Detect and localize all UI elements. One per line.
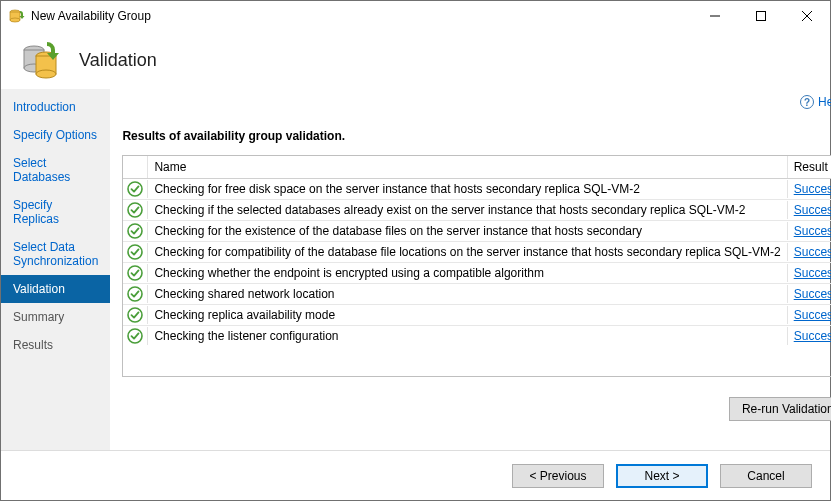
main-panel: ? Help Results of availability group val…	[110, 89, 831, 450]
nav-item-introduction[interactable]: Introduction	[1, 93, 110, 121]
wizard-footer: < Previous Next > Cancel	[1, 450, 830, 500]
window-controls	[692, 1, 830, 31]
nav-item-select-data-synchronization[interactable]: Select Data Synchronization	[1, 233, 110, 275]
result-link[interactable]: Success	[794, 224, 831, 238]
previous-button[interactable]: < Previous	[512, 464, 604, 488]
grid-empty-space	[123, 346, 831, 376]
validation-result: Success	[788, 180, 831, 198]
grid-header: Name Result	[123, 156, 831, 179]
validation-row[interactable]: Checking for compatibility of the databa…	[123, 242, 831, 263]
col-result-header[interactable]: Result	[788, 156, 831, 178]
success-icon	[123, 221, 147, 241]
result-link[interactable]: Success	[794, 287, 831, 301]
close-button[interactable]	[784, 1, 830, 31]
validation-name: Checking if the selected databases alrea…	[147, 201, 787, 219]
result-link[interactable]: Success	[794, 329, 831, 343]
validation-row[interactable]: Checking for the existence of the databa…	[123, 221, 831, 242]
help-link[interactable]: ? Help	[800, 95, 831, 109]
nav-item-specify-replicas[interactable]: Specify Replicas	[1, 191, 110, 233]
col-icon-header	[123, 156, 147, 178]
next-button[interactable]: Next >	[616, 464, 708, 488]
app-icon	[9, 8, 25, 24]
page-title: Validation	[79, 50, 157, 71]
window-title: New Availability Group	[31, 9, 151, 23]
validation-name: Checking replica availability mode	[147, 306, 787, 324]
success-icon	[123, 305, 147, 325]
wizard-window: New Availability Group	[0, 0, 831, 501]
success-icon	[123, 326, 147, 346]
validation-name: Checking for compatibility of the databa…	[147, 243, 787, 261]
success-icon	[123, 179, 147, 199]
validation-result: Success	[788, 243, 831, 261]
svg-point-14	[128, 203, 142, 217]
validation-row[interactable]: Checking for free disk space on the serv…	[123, 179, 831, 200]
title-bar: New Availability Group	[1, 1, 830, 31]
nav-item-summary: Summary	[1, 303, 110, 331]
nav-item-validation[interactable]: Validation	[1, 275, 110, 303]
nav-item-select-databases[interactable]: Select Databases	[1, 149, 110, 191]
results-subtitle: Results of availability group validation…	[122, 129, 831, 143]
success-icon	[123, 200, 147, 220]
validation-name: Checking whether the endpoint is encrypt…	[147, 264, 787, 282]
validation-row[interactable]: Checking if the selected databases alrea…	[123, 200, 831, 221]
validation-row[interactable]: Checking replica availability modeSucces…	[123, 305, 831, 326]
cancel-button[interactable]: Cancel	[720, 464, 812, 488]
validation-name: Checking shared network location	[147, 285, 787, 303]
validation-name: Checking for the existence of the databa…	[147, 222, 787, 240]
validation-grid: Name Result Checking for free disk space…	[122, 155, 831, 377]
validation-row[interactable]: Checking shared network locationSuccess	[123, 284, 831, 305]
svg-point-13	[128, 182, 142, 196]
help-label: Help	[818, 95, 831, 109]
result-link[interactable]: Success	[794, 266, 831, 280]
validation-result: Success	[788, 201, 831, 219]
validation-row[interactable]: Checking the listener configurationSucce…	[123, 326, 831, 346]
nav-item-specify-options[interactable]: Specify Options	[1, 121, 110, 149]
validation-result: Success	[788, 264, 831, 282]
result-link[interactable]: Success	[794, 203, 831, 217]
validation-row[interactable]: Checking whether the endpoint is encrypt…	[123, 263, 831, 284]
nav-sidebar: IntroductionSpecify OptionsSelect Databa…	[1, 89, 110, 450]
svg-point-2	[10, 18, 20, 22]
svg-point-12	[36, 70, 56, 78]
col-name-header[interactable]: Name	[147, 156, 787, 178]
validation-result: Success	[788, 327, 831, 345]
validation-icon	[19, 38, 63, 82]
success-icon	[123, 284, 147, 304]
rerun-validation-button[interactable]: Re-run Validation	[729, 397, 831, 421]
svg-point-16	[128, 245, 142, 259]
validation-result: Success	[788, 285, 831, 303]
svg-point-20	[128, 329, 142, 343]
result-link[interactable]: Success	[794, 182, 831, 196]
validation-name: Checking for free disk space on the serv…	[147, 180, 787, 198]
wizard-body: IntroductionSpecify OptionsSelect Databa…	[1, 89, 830, 450]
wizard-header: Validation	[1, 31, 830, 89]
validation-name: Checking the listener configuration	[147, 327, 787, 345]
svg-rect-4	[757, 12, 766, 21]
svg-point-15	[128, 224, 142, 238]
help-icon: ?	[800, 95, 814, 109]
svg-point-18	[128, 287, 142, 301]
svg-point-19	[128, 308, 142, 322]
nav-item-results: Results	[1, 331, 110, 359]
result-link[interactable]: Success	[794, 308, 831, 322]
svg-point-17	[128, 266, 142, 280]
validation-result: Success	[788, 222, 831, 240]
success-icon	[123, 263, 147, 283]
validation-result: Success	[788, 306, 831, 324]
success-icon	[123, 242, 147, 262]
result-link[interactable]: Success	[794, 245, 831, 259]
minimize-button[interactable]	[692, 1, 738, 31]
maximize-button[interactable]	[738, 1, 784, 31]
